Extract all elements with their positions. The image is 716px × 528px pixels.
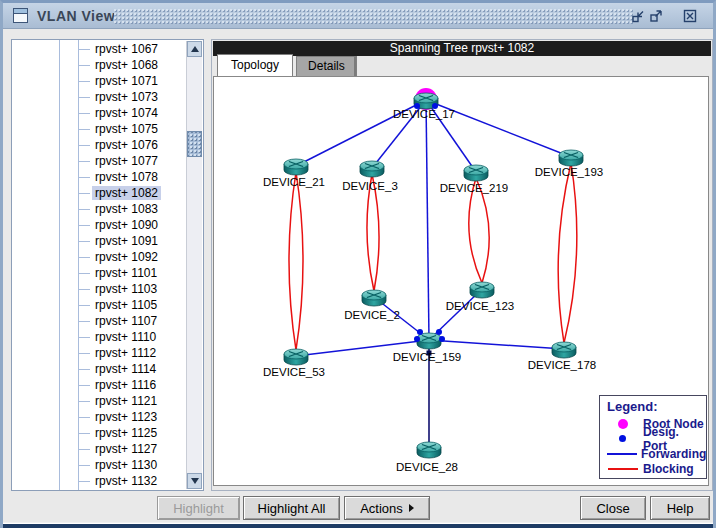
legend-item: Blocking [607, 461, 706, 476]
device-node-device_2[interactable]: DEVICE_2 [344, 290, 400, 321]
blocking-link [296, 172, 303, 350]
tree-item[interactable]: rpvst+ 1125 [12, 425, 186, 441]
legend-item-label: Blocking [643, 462, 694, 476]
designated-port-marker [436, 329, 442, 335]
tree-item-label: rpvst+ 1090 [92, 218, 161, 232]
device-label: DEVICE_2 [344, 309, 400, 321]
tree-item-label: rpvst+ 1077 [92, 154, 161, 168]
vlan-tree-panel: rpvst+ 1067rpvst+ 1068rpvst+ 1071rpvst+ … [11, 39, 204, 491]
device-node-device_159[interactable]: DEVICE_159 [393, 329, 461, 363]
device-node-device_28[interactable]: DEVICE_28 [396, 442, 458, 473]
tree-item[interactable]: rpvst+ 1103 [12, 281, 186, 297]
scroll-up-button[interactable] [187, 41, 202, 57]
minimize-icon [630, 8, 646, 24]
scrollbar-thumb[interactable] [187, 131, 202, 157]
device-label: DEVICE_3 [342, 180, 398, 192]
tree-item[interactable]: rpvst+ 1083 [12, 201, 186, 217]
window-title: VLAN View [37, 8, 115, 24]
tree-item[interactable]: rpvst+ 1092 [12, 249, 186, 265]
close-button[interactable]: Close [580, 496, 646, 520]
tree-item[interactable]: rpvst+ 1082 [12, 185, 186, 201]
tree-item-label: rpvst+ 1125 [92, 426, 160, 440]
legend-item-label: Forwarding [641, 447, 706, 461]
tree-item[interactable]: rpvst+ 1073 [12, 89, 186, 105]
device-label: DEVICE_123 [446, 300, 514, 312]
window-icon [13, 8, 28, 23]
tree-item[interactable]: rpvst+ 1121 [12, 393, 186, 409]
tree-item-label: rpvst+ 1101 [92, 266, 160, 280]
tree-item[interactable]: rpvst+ 1132 [12, 473, 186, 489]
tree-item[interactable]: rpvst+ 1074 [12, 105, 186, 121]
tree-item[interactable]: rpvst+ 1127 [12, 441, 186, 457]
legend-swatch-line-blue [607, 453, 637, 455]
legend-item: Forwarding [607, 446, 706, 461]
tree-item[interactable]: rpvst+ 1067 [12, 41, 186, 57]
tree-item[interactable]: rpvst+ 1091 [12, 233, 186, 249]
scroll-down-button[interactable] [187, 473, 202, 489]
tree-item-label: rpvst+ 1121 [92, 394, 160, 408]
legend-swatch-dot-blue [619, 435, 626, 442]
tree-item[interactable]: rpvst+ 1068 [12, 57, 186, 73]
tree-item[interactable]: rpvst+ 1078 [12, 169, 186, 185]
tree-item[interactable]: rpvst+ 1075 [12, 121, 186, 137]
highlight-button[interactable]: Highlight [157, 496, 240, 520]
tree-item-label: rpvst+ 1127 [92, 442, 160, 456]
tree-item-label: rpvst+ 1071 [92, 74, 161, 88]
close-window-button[interactable] [681, 7, 699, 25]
designated-port-marker [439, 336, 445, 342]
tree-item[interactable]: rpvst+ 1105 [12, 297, 186, 313]
legend-items: Root NodeDesig. PortForwardingBlocking [607, 416, 706, 476]
device-node-device_123[interactable]: DEVICE_123 [446, 282, 514, 312]
tree-item[interactable]: rpvst+ 1114 [12, 361, 186, 377]
forwarding-link [426, 100, 429, 340]
legend: Legend: Root NodeDesig. PortForwardingBl… [599, 395, 707, 479]
tree-item[interactable]: rpvst+ 1090 [12, 217, 186, 233]
tree-item[interactable]: rpvst+ 1130 [12, 457, 186, 473]
tree-item-label: rpvst+ 1103 [92, 282, 160, 296]
tab-details[interactable]: Details [296, 56, 357, 76]
actions-button[interactable]: Actions [344, 496, 430, 520]
tree-item[interactable]: rpvst+ 1116 [12, 377, 186, 393]
tree-item[interactable]: rpvst+ 1123 [12, 409, 186, 425]
tree-item[interactable]: rpvst+ 1101 [12, 265, 186, 281]
tree-item[interactable]: rpvst+ 1071 [12, 73, 186, 89]
tree-item-label: rpvst+ 1105 [92, 298, 160, 312]
tree-item-label: rpvst+ 1083 [92, 202, 161, 216]
arrow-down-icon [191, 478, 199, 484]
tree-item[interactable]: rpvst+ 1110 [12, 329, 186, 345]
tree-item[interactable]: rpvst+ 1077 [12, 153, 186, 169]
maximize-button[interactable] [647, 7, 665, 25]
tree-scrollbar[interactable] [186, 41, 202, 489]
maximize-icon [648, 8, 664, 24]
device-label: DEVICE_21 [263, 176, 325, 188]
tree-item-label: rpvst+ 1132 [92, 474, 160, 488]
tree-item-label: rpvst+ 1082 [92, 186, 161, 200]
titlebar[interactable]: VLAN View [3, 3, 713, 29]
device-label: DEVICE_178 [528, 359, 596, 371]
device-node-device_21[interactable]: DEVICE_21 [263, 159, 325, 188]
footer-buttons: Highlight Highlight All Actions Close He… [3, 491, 713, 522]
tree-item-label: rpvst+ 1078 [92, 170, 161, 184]
tree-item[interactable]: rpvst+ 1076 [12, 137, 186, 153]
help-button[interactable]: Help [650, 496, 710, 520]
device-node-device_193[interactable]: DEVICE_193 [535, 150, 603, 178]
tree-item-label: rpvst+ 1130 [92, 458, 160, 472]
tree-item-label: rpvst+ 1116 [92, 378, 159, 392]
tab-topology[interactable]: Topology [217, 54, 293, 76]
tree-item-label: rpvst+ 1110 [92, 330, 159, 344]
tree-item[interactable]: rpvst+ 1112 [12, 345, 186, 361]
highlight-all-button[interactable]: Highlight All [243, 496, 340, 520]
device-node-device_3[interactable]: DEVICE_3 [342, 161, 398, 192]
tree-item-label: rpvst+ 1112 [92, 346, 159, 360]
spanning-tree-panel: Spanning Tree rpvst+ 1082 Topology Detai… [211, 39, 713, 491]
vlan-view-window: VLAN View rpvst+ 1067rpvst+ 1068rpvst+ 1… [0, 0, 716, 528]
tree-item-label: rpvst+ 1075 [92, 122, 161, 136]
minimize-button[interactable] [629, 7, 647, 25]
device-node-device_219[interactable]: DEVICE_219 [440, 165, 508, 194]
legend-item: Desig. Port [607, 431, 706, 446]
device-node-device_178[interactable]: DEVICE_178 [528, 342, 596, 371]
device-label: DEVICE_193 [535, 166, 603, 178]
tree-item[interactable]: rpvst+ 1107 [12, 313, 186, 329]
designated-port-marker [414, 336, 420, 342]
device-node-device_17[interactable]: DEVICE_17 [393, 88, 455, 120]
